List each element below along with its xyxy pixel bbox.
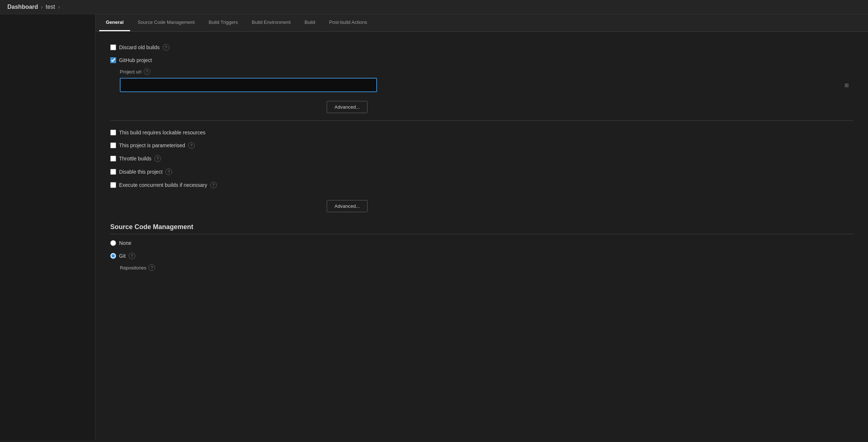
radio-scm-none[interactable] [110, 240, 116, 246]
sidebar [0, 14, 96, 440]
general-section: Discard old builds ? GitHub project Proj… [110, 43, 853, 212]
label-lockable-resources: This build requires lockable resources [119, 130, 205, 135]
checkbox-row-concurrent-builds: Execute concurrent builds if necessary ? [110, 180, 853, 190]
advanced-button-2[interactable]: Advanced... [327, 200, 367, 212]
label-throttle-builds: Throttle builds [119, 156, 151, 162]
advanced-button-1[interactable]: Advanced... [327, 101, 367, 113]
tab-general[interactable]: General [99, 14, 130, 31]
checkbox-disable-project[interactable] [110, 169, 116, 175]
scm-section-title: Source Code Management [110, 223, 853, 234]
tab-build-environment[interactable]: Build Environment [245, 14, 297, 31]
breadcrumb-project-name: test [46, 4, 55, 10]
checkbox-throttle-builds[interactable] [110, 156, 116, 162]
checkbox-lockable-resources[interactable] [110, 130, 116, 135]
checkbox-row-lockable-resources: This build requires lockable resources [110, 128, 853, 137]
tab-build[interactable]: Build [298, 14, 322, 31]
label-parameterised: This project is parameterised [119, 142, 185, 148]
divider-1 [110, 120, 853, 121]
advanced-btn-row-1: Advanced... [110, 97, 367, 113]
checkbox-row-discard-old-builds: Discard old builds ? [110, 43, 853, 52]
tab-build-triggers[interactable]: Build Triggers [202, 14, 244, 31]
repositories-field-label: Repositories ? [120, 264, 853, 271]
label-scm-git: Git [119, 253, 126, 259]
help-icon-project-url[interactable]: ? [144, 68, 150, 75]
radio-row-git: Git ? [110, 251, 853, 261]
tabs-bar: General Source Code Management Build Tri… [96, 14, 868, 32]
help-icon-throttle-builds[interactable]: ? [154, 155, 161, 162]
breadcrumb-separator-2: › [58, 4, 60, 10]
radio-scm-git[interactable] [110, 253, 116, 259]
form-content: Discard old builds ? GitHub project Proj… [96, 32, 868, 293]
label-concurrent-builds: Execute concurrent builds if necessary [119, 182, 207, 188]
help-icon-git[interactable]: ? [129, 253, 135, 259]
label-github-project: GitHub project [119, 57, 152, 63]
extra-checkboxes-group: This build requires lockable resources T… [110, 128, 853, 190]
breadcrumb-bar: Dashboard › test › [0, 0, 868, 14]
checkbox-concurrent-builds[interactable] [110, 182, 116, 188]
checkbox-row-disable-project: Disable this project ? [110, 167, 853, 177]
source-code-management-section: Source Code Management None Git ? Reposi… [110, 223, 853, 271]
checkbox-discard-old-builds[interactable] [110, 44, 116, 50]
project-url-section: Project url ? ⊞ [120, 68, 853, 92]
help-icon-parameterised[interactable]: ? [188, 142, 195, 149]
checkbox-row-throttle-builds: Throttle builds ? [110, 154, 853, 163]
dashboard-link[interactable]: Dashboard [7, 4, 38, 10]
project-url-input-wrapper: ⊞ [120, 78, 853, 92]
label-disable-project: Disable this project [119, 169, 162, 175]
advanced-btn-row-2: Advanced... [110, 196, 367, 212]
checkbox-row-parameterised: This project is parameterised ? [110, 141, 853, 150]
checkbox-parameterised[interactable] [110, 142, 116, 148]
help-icon-disable-project[interactable]: ? [165, 169, 172, 175]
input-widget-icon: ⊞ [844, 82, 849, 88]
checkbox-github-project[interactable] [110, 57, 116, 63]
help-icon-discard-old-builds[interactable]: ? [163, 44, 169, 51]
tab-post-build-actions[interactable]: Post-build Actions [323, 14, 374, 31]
breadcrumb-separator-1: › [41, 4, 43, 10]
label-scm-none: None [119, 240, 131, 246]
main-layout: General Source Code Management Build Tri… [0, 14, 868, 440]
project-url-input[interactable] [120, 78, 377, 92]
repositories-section: Repositories ? [120, 264, 853, 271]
tab-source-code-management[interactable]: Source Code Management [131, 14, 201, 31]
project-url-label-text: Project url [120, 69, 141, 75]
content-area: General Source Code Management Build Tri… [96, 14, 868, 440]
help-icon-repositories[interactable]: ? [148, 264, 155, 271]
radio-row-none: None [110, 239, 853, 247]
project-url-field-label: Project url ? [120, 68, 853, 75]
repositories-label-text: Repositories [120, 265, 146, 271]
help-icon-concurrent-builds[interactable]: ? [210, 182, 217, 188]
checkbox-row-github-project: GitHub project [110, 56, 853, 65]
label-discard-old-builds: Discard old builds [119, 44, 160, 50]
